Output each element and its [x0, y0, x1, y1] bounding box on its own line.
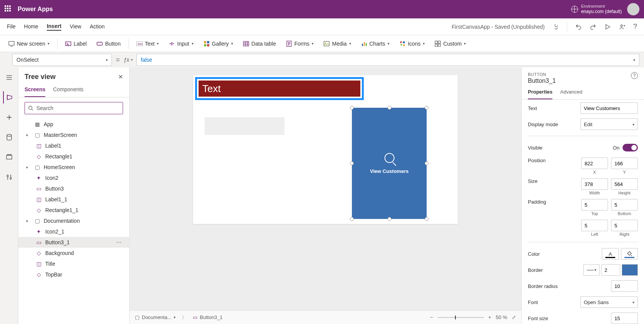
- prop-tab-advanced[interactable]: Advanced: [560, 87, 582, 99]
- rail-media[interactable]: [3, 151, 15, 163]
- zoom-in-button[interactable]: +: [488, 314, 491, 320]
- resize-handle[interactable]: [425, 161, 429, 165]
- redo-icon[interactable]: [590, 23, 596, 30]
- input-button[interactable]: Input ▾: [165, 38, 197, 49]
- prop-padright-input[interactable]: [611, 220, 638, 231]
- prop-text-input[interactable]: [580, 102, 638, 114]
- fontsize-input[interactable]: [611, 312, 638, 324]
- tree-item-background[interactable]: ◇Background: [18, 248, 129, 258]
- tree-item-label11[interactable]: ◫Label1_1: [18, 194, 129, 205]
- more-icon[interactable]: ⋯: [116, 239, 122, 245]
- border-radius-input[interactable]: [611, 280, 638, 292]
- breadcrumb-control[interactable]: ▭ Button3_1: [193, 314, 222, 320]
- tab-insert[interactable]: Insert: [47, 23, 61, 31]
- prop-height-input[interactable]: [611, 178, 638, 190]
- resize-handle[interactable]: [350, 217, 354, 221]
- resize-handle[interactable]: [388, 106, 391, 110]
- search-input[interactable]: Search: [25, 102, 123, 114]
- play-icon[interactable]: [604, 23, 611, 30]
- rail-data[interactable]: [3, 131, 15, 143]
- rail-insert[interactable]: [3, 111, 15, 123]
- font-color-button[interactable]: A: [602, 248, 619, 260]
- app-checker-icon[interactable]: [552, 23, 559, 30]
- prop-tab-properties[interactable]: Properties: [528, 87, 552, 99]
- canvas-gray-box[interactable]: [205, 117, 284, 135]
- property-selector[interactable]: OnSelect ▾: [12, 54, 112, 66]
- datatable-button[interactable]: Data table: [239, 38, 280, 49]
- label-button[interactable]: Label: [61, 38, 90, 49]
- tab-action[interactable]: Action: [90, 23, 105, 30]
- zoom-out-button[interactable]: −: [430, 314, 433, 320]
- prop-padleft-input[interactable]: [581, 220, 608, 231]
- resize-handle[interactable]: [425, 106, 429, 110]
- fx-icon[interactable]: ƒx ▾: [124, 57, 133, 63]
- tree-item-masterscreen[interactable]: ▾▢MasterScreen: [18, 130, 129, 140]
- tree-item-icon21[interactable]: ✦Icon2_1: [18, 226, 129, 237]
- tree-item-title[interactable]: ◫Title: [18, 258, 129, 269]
- resize-handle[interactable]: [350, 106, 354, 110]
- tab-view[interactable]: View: [70, 23, 81, 30]
- new-screen-button[interactable]: New screen ▾: [5, 38, 53, 49]
- button-label: Button: [105, 41, 120, 47]
- svg-rect-22: [435, 41, 437, 43]
- rail-tree-view[interactable]: [3, 91, 15, 104]
- undo-icon[interactable]: [575, 23, 582, 30]
- tree-item-rectangle1[interactable]: ◇Rectangle1: [18, 151, 129, 162]
- rail-advanced[interactable]: [3, 171, 15, 183]
- share-icon[interactable]: [619, 23, 626, 30]
- gallery-button[interactable]: Gallery ▾: [200, 38, 237, 49]
- prop-x-input[interactable]: [581, 158, 608, 169]
- button-button[interactable]: Button: [93, 38, 124, 49]
- zoom-slider[interactable]: [438, 317, 484, 318]
- canvas-label-text: Text: [199, 81, 360, 97]
- resize-handle[interactable]: [425, 217, 429, 221]
- icons-button[interactable]: Icons ▾: [396, 38, 429, 49]
- tab-screens[interactable]: Screens: [25, 84, 45, 97]
- svg-rect-15: [362, 44, 363, 46]
- custom-button[interactable]: Custom ▾: [431, 38, 470, 49]
- tree-item-button31[interactable]: ▭Button3_1⋯: [18, 237, 129, 248]
- prop-width-input[interactable]: [581, 178, 608, 190]
- tab-home[interactable]: Home: [24, 23, 38, 30]
- fit-icon[interactable]: ⤢: [512, 314, 516, 320]
- breadcrumb-screen[interactable]: ▢ Documenta... ▾: [135, 314, 176, 320]
- border-color-button[interactable]: [622, 264, 638, 276]
- prop-padbottom-input[interactable]: [611, 199, 638, 211]
- tree-item-icon2[interactable]: ✦Icon2: [18, 173, 129, 183]
- canvas-label-selected[interactable]: Text: [195, 77, 364, 100]
- resize-handle[interactable]: [350, 161, 354, 165]
- tree-item-topbar[interactable]: ◇TopBar: [18, 269, 129, 280]
- resize-handle[interactable]: [388, 217, 391, 221]
- help-icon[interactable]: ?: [633, 23, 637, 31]
- environment-picker[interactable]: Environment enayu.com (default): [571, 4, 622, 15]
- forms-button[interactable]: Forms ▾: [282, 38, 318, 49]
- fill-color-button[interactable]: [621, 248, 638, 260]
- tree-item-documentation[interactable]: ▾▢Documentation: [18, 215, 129, 226]
- waffle-icon[interactable]: [5, 5, 12, 13]
- text-button[interactable]: Abc Text ▾: [133, 38, 163, 49]
- tab-file[interactable]: File: [7, 23, 16, 30]
- artboard[interactable]: Text View Customers: [193, 75, 458, 224]
- close-icon[interactable]: ✕: [118, 73, 123, 81]
- charts-button[interactable]: Charts ▾: [357, 38, 393, 49]
- media-button[interactable]: Media ▾: [320, 38, 355, 49]
- tree-item-app[interactable]: ▦App: [18, 119, 129, 130]
- visible-toggle[interactable]: [623, 144, 638, 151]
- canvas-view-customers-button[interactable]: View Customers: [352, 108, 427, 219]
- tree-item-label1[interactable]: ◫Label1: [18, 140, 129, 151]
- tree-item-button3[interactable]: ▭Button3: [18, 183, 129, 194]
- tab-components[interactable]: Components: [53, 84, 83, 97]
- prop-displaymode-select[interactable]: Edit▾: [580, 118, 638, 130]
- help-icon[interactable]: ?: [631, 72, 638, 79]
- border-width-input[interactable]: [601, 264, 620, 276]
- prop-y-input[interactable]: [611, 158, 638, 169]
- rail-hamburger[interactable]: [3, 71, 15, 84]
- font-select[interactable]: Open Sans▾: [580, 296, 638, 308]
- prop-padtop-input[interactable]: [581, 199, 608, 211]
- formula-input[interactable]: false ▾: [136, 54, 639, 66]
- tree-item-homescreen[interactable]: ▾▢HomeScreen: [18, 162, 129, 173]
- avatar[interactable]: [627, 3, 639, 15]
- chevron-down-icon: ▾: [231, 41, 233, 46]
- border-style-select[interactable]: ▾: [583, 264, 600, 276]
- tree-item-rectangle11[interactable]: ◇Rectangle1_1: [18, 205, 129, 215]
